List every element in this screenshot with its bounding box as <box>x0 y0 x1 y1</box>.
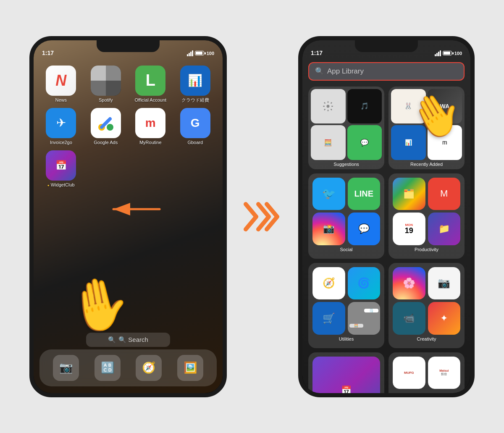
cat-row-3: 🧭 🌀 🛒 🗒️ 🧮 <box>308 263 465 348</box>
app-myroutine[interactable]: m MyRoutine <box>131 108 171 145</box>
svg-point-1 <box>107 124 113 131</box>
sc1 <box>91 66 106 81</box>
m-symbol-r: m <box>442 139 447 146</box>
app-icon-spotify[interactable] <box>91 66 121 96</box>
tiktok-symbol: 🎵 <box>360 102 369 110</box>
cat-bottom-left[interactable]: 📅 <box>308 352 384 397</box>
cat-utilities[interactable]: 🧭 🌀 🛒 🗒️ 🧮 <box>308 263 384 348</box>
social-grid: 🐦 LINE 📸 💬 <box>312 178 380 245</box>
testflight-icon: 🌀 <box>357 277 370 289</box>
widget-dot: ● <box>47 184 50 187</box>
battery-pct-right: 100 <box>454 51 462 56</box>
app-cloud[interactable]: 📊 クラウド経費 <box>176 66 215 103</box>
battery-pct-left: 100 <box>207 51 214 56</box>
cat-creativity[interactable]: 🌸 📷 📹 ✦ Creativity <box>388 263 465 348</box>
bar2 <box>189 53 190 56</box>
app-official[interactable]: L Official Account <box>131 66 171 103</box>
phone-left: 1:17 100 <box>29 36 227 397</box>
camera-icon: 📷 <box>438 277 450 289</box>
util-appstore: 🛒 <box>312 302 345 335</box>
twitter-icon: 🐦 <box>322 187 336 200</box>
main-scene: 1:17 100 <box>8 11 496 423</box>
prod-slack: 🗂️ <box>393 178 425 210</box>
app-library-search[interactable]: 🔍 App Library <box>308 62 465 81</box>
news-letter: N <box>55 72 66 89</box>
cloud-icon-symbol: 📊 <box>188 73 202 87</box>
time-right: 1:17 <box>311 50 323 56</box>
app-icon-official[interactable]: L <box>135 66 165 96</box>
cre-zoom: 📹 <box>393 302 425 335</box>
mufg-label: MUFG <box>404 371 414 375</box>
suggestions-grid: 🎵 🧮 💬 <box>308 87 384 160</box>
app-icon-gads[interactable] <box>91 108 121 138</box>
cat-productivity[interactable]: 🗂️ M MON 19 <box>388 173 465 259</box>
prod-calendar: MON 19 <box>393 213 425 245</box>
app-invoice[interactable]: ✈ Invoice2go <box>41 108 81 145</box>
bottom-widget: 📅 <box>312 357 380 397</box>
app-icon-cloud[interactable]: 📊 <box>180 66 210 96</box>
app-gboard[interactable]: G Gboard <box>176 108 215 145</box>
battery-right <box>443 51 452 55</box>
appstore-icon: 🛒 <box>323 312 335 324</box>
news-icon-inner: N <box>46 66 76 96</box>
app-gads[interactable]: Google Ads <box>86 108 126 145</box>
rbar1 <box>435 54 436 56</box>
app-label-official: Official Account <box>134 97 166 103</box>
status-icons-right: 100 <box>435 50 462 56</box>
app-icon-widget[interactable]: 📅 <box>46 150 76 181</box>
battery-fill-right <box>444 52 450 55</box>
files-icon: 📁 <box>438 223 450 234</box>
calc-cell: 🧮 <box>349 324 364 328</box>
sug-icon-3: 🧮 <box>311 125 346 160</box>
app-label-spotify: Spotify <box>99 97 113 103</box>
utilities-label: Utilities <box>312 335 380 344</box>
gmail-icon: M <box>440 188 448 199</box>
dock-icon-instagram[interactable]: 📷 <box>53 355 79 381</box>
app-label-cloud: クラウド経費 <box>181 97 209 103</box>
app-icon-myroutine[interactable]: m <box>135 108 165 138</box>
app-widgetclub[interactable]: 📅 ● WidgetClub <box>41 150 81 188</box>
bar4 <box>192 50 193 56</box>
social-line: LINE <box>348 178 381 210</box>
messages-symbol: 💬 <box>360 139 369 147</box>
status-icons-left: 100 <box>187 50 214 56</box>
creativity-label: Creativity <box>393 335 460 344</box>
arrow-middle <box>244 200 281 234</box>
dock-icon-apps[interactable]: 🔠 <box>94 355 121 381</box>
canva-icon: ✦ <box>440 313 448 324</box>
gads-inner <box>97 114 115 132</box>
productivity-grid: 🗂️ M MON 19 <box>393 178 460 245</box>
dock-icon-photos[interactable]: 🖼️ <box>177 355 203 381</box>
app-icon-news[interactable]: N <box>46 66 76 96</box>
calc-symbol: 🧮 <box>324 139 332 147</box>
dock-icon-compass[interactable]: 🧭 <box>136 355 162 381</box>
widget-icon-b: 📅 <box>341 385 352 395</box>
app-spotify[interactable]: Spotify <box>86 66 126 103</box>
svg-point-5 <box>327 105 330 108</box>
cre-photos: 🌸 <box>393 267 425 300</box>
sc3 <box>91 81 106 96</box>
notch-left <box>97 40 160 52</box>
social-label: Social <box>312 245 380 255</box>
spotify-grid <box>91 66 121 96</box>
sug-icon-4: 💬 <box>347 125 382 160</box>
app-news[interactable]: N News <box>41 66 81 103</box>
bar1 <box>187 54 188 56</box>
battery-body <box>195 51 204 55</box>
screen-left: 1:17 100 <box>34 40 223 393</box>
app-icon-gboard[interactable]: G <box>180 108 210 138</box>
compass-icon: 🧭 <box>142 361 155 374</box>
utilities-grid: 🧭 🌀 🛒 🗒️ 🧮 <box>312 267 380 335</box>
bottom-matsui: Matsui 投信 <box>428 357 461 389</box>
cat-bottom-right[interactable]: MUFG Matsui 投信 <box>388 352 465 397</box>
cat-social[interactable]: 🐦 LINE 📸 💬 Social <box>308 173 384 259</box>
sc2 <box>106 66 121 81</box>
notch-right <box>355 40 418 52</box>
matsui-content: Matsui 投信 <box>439 369 449 376</box>
app-icon-invoice[interactable]: ✈ <box>46 108 76 138</box>
cre-camera: 📷 <box>428 267 461 300</box>
dock-left: 📷 🔠 🧭 🖼️ <box>39 349 217 386</box>
app-label-widget: ● WidgetClub <box>47 182 75 188</box>
myroutine-symbol: m <box>145 116 156 130</box>
cat-suggestions[interactable]: 🎵 🧮 💬 Suggestions <box>308 87 384 169</box>
